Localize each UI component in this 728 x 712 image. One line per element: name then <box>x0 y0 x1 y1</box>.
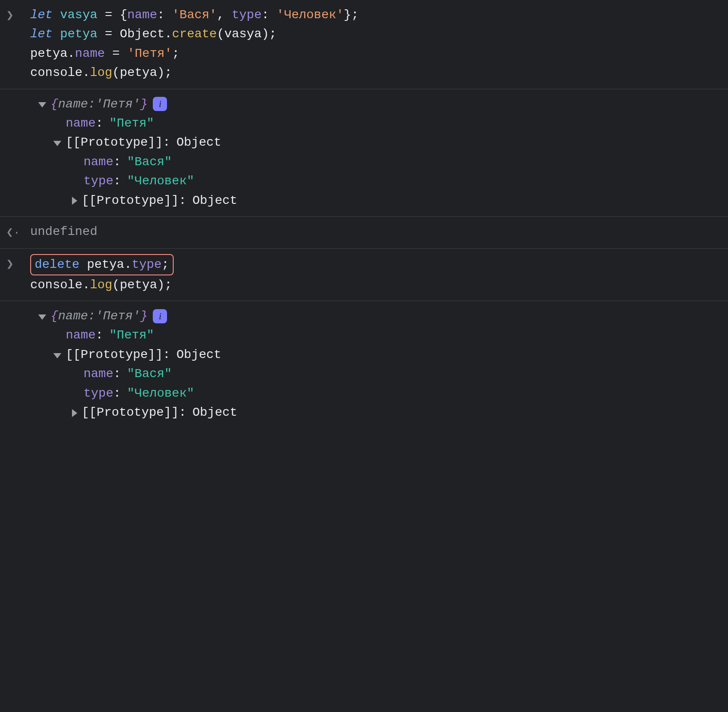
info-icon[interactable]: i <box>153 309 167 323</box>
code-input[interactable]: delete petya.type;console.log(petya); <box>30 254 722 294</box>
object-summary[interactable]: {name: 'Петя'} i <box>30 95 722 114</box>
object-property[interactable]: name:"Петя" <box>30 114 722 133</box>
object-tree: {name: 'Петя'} i name:"Петя" [[Prototype… <box>30 95 722 210</box>
input-prompt-icon: ❯ <box>6 254 30 294</box>
expand-arrow-icon[interactable] <box>53 353 61 358</box>
console-input-row: ❯ let vasya = {name: 'Вася', type: 'Чело… <box>0 0 728 89</box>
console-output-row: {name: 'Петя'} i name:"Петя" [[Prototype… <box>0 301 728 428</box>
object-property[interactable]: type:"Человек" <box>30 384 722 403</box>
console-panel: ❯ let vasya = {name: 'Вася', type: 'Чело… <box>0 0 728 428</box>
prototype-row[interactable]: [[Prototype]]:Object <box>30 191 722 210</box>
console-return-row: ❮· undefined <box>0 217 728 249</box>
code-input[interactable]: let vasya = {name: 'Вася', type: 'Челове… <box>30 5 722 83</box>
highlighted-code: delete petya.type; <box>30 254 174 275</box>
object-property[interactable]: name:"Вася" <box>30 152 722 171</box>
expand-arrow-icon[interactable] <box>38 102 46 107</box>
expand-arrow-icon[interactable] <box>38 314 46 320</box>
return-value: undefined <box>30 222 722 242</box>
collapse-arrow-icon[interactable] <box>72 409 77 417</box>
prototype-row[interactable]: [[Prototype]]:Object <box>30 345 722 364</box>
object-summary[interactable]: {name: 'Петя'} i <box>30 306 722 326</box>
object-property[interactable]: name:"Вася" <box>30 364 722 383</box>
prototype-row[interactable]: [[Prototype]]:Object <box>30 133 722 152</box>
object-property[interactable]: type:"Человек" <box>30 171 722 191</box>
expand-arrow-icon[interactable] <box>53 141 61 146</box>
console-input-row: ❯ delete petya.type;console.log(petya); <box>0 249 728 301</box>
object-property[interactable]: name:"Петя" <box>30 326 722 345</box>
collapse-arrow-icon[interactable] <box>72 197 77 205</box>
prototype-row[interactable]: [[Prototype]]:Object <box>30 403 722 422</box>
info-icon[interactable]: i <box>153 97 167 111</box>
console-output-row: {name: 'Петя'} i name:"Петя" [[Prototype… <box>0 89 728 217</box>
return-prompt-icon: ❮· <box>6 222 30 242</box>
object-tree: {name: 'Петя'} i name:"Петя" [[Prototype… <box>30 306 722 422</box>
input-prompt-icon: ❯ <box>6 5 30 83</box>
